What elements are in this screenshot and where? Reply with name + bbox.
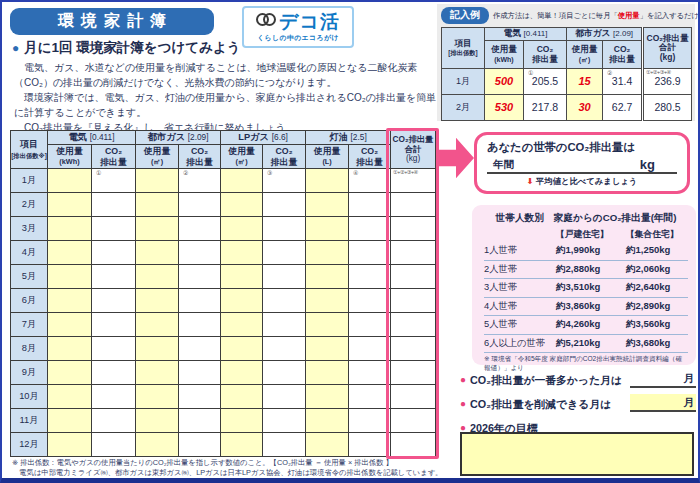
co2-output-cell[interactable] xyxy=(263,289,306,313)
co2-output-cell[interactable] xyxy=(92,409,136,433)
usage-input-cell[interactable] xyxy=(48,241,92,265)
usage-input-cell[interactable] xyxy=(306,265,349,289)
usage-input-cell[interactable] xyxy=(221,313,263,337)
total-output-cell[interactable] xyxy=(391,289,436,313)
co2-output-cell[interactable] xyxy=(349,193,391,217)
co2-output-cell[interactable]: ④ xyxy=(349,169,391,193)
usage-input-cell[interactable] xyxy=(48,385,92,409)
usage-input-cell[interactable] xyxy=(48,265,92,289)
co2-output-cell[interactable] xyxy=(349,313,391,337)
total-output-cell[interactable] xyxy=(391,385,436,409)
co2-output-cell[interactable] xyxy=(92,217,136,241)
usage-input-cell[interactable] xyxy=(48,217,92,241)
co2-output-cell[interactable] xyxy=(179,337,221,361)
usage-input-cell[interactable] xyxy=(48,193,92,217)
usage-input-cell[interactable] xyxy=(136,217,179,241)
co2-output-cell[interactable] xyxy=(179,385,221,409)
total-output-cell[interactable] xyxy=(391,409,436,433)
co2-output-cell[interactable] xyxy=(263,265,306,289)
co2-output-cell[interactable] xyxy=(179,241,221,265)
usage-input-cell[interactable] xyxy=(221,265,263,289)
usage-input-cell[interactable] xyxy=(48,433,92,457)
co2-output-cell[interactable] xyxy=(92,313,136,337)
co2-output-cell[interactable] xyxy=(263,433,306,457)
reducible-month-blank[interactable]: 月 xyxy=(630,394,696,412)
co2-output-cell[interactable] xyxy=(92,433,136,457)
co2-output-cell[interactable] xyxy=(179,313,221,337)
co2-output-cell[interactable] xyxy=(263,337,306,361)
goal-input-box[interactable] xyxy=(460,432,694,476)
usage-input-cell[interactable] xyxy=(221,361,263,385)
usage-input-cell[interactable] xyxy=(136,385,179,409)
co2-output-cell[interactable] xyxy=(179,265,221,289)
co2-output-cell[interactable] xyxy=(92,337,136,361)
co2-output-cell[interactable] xyxy=(179,409,221,433)
usage-input-cell[interactable] xyxy=(136,313,179,337)
total-output-cell[interactable]: ①+②+③+④ xyxy=(391,169,436,193)
usage-input-cell[interactable] xyxy=(136,337,179,361)
co2-output-cell[interactable] xyxy=(179,361,221,385)
total-output-cell[interactable] xyxy=(391,433,436,457)
co2-output-cell[interactable] xyxy=(92,193,136,217)
usage-input-cell[interactable] xyxy=(136,289,179,313)
usage-input-cell[interactable] xyxy=(221,409,263,433)
total-output-cell[interactable] xyxy=(391,337,436,361)
co2-output-cell[interactable] xyxy=(263,409,306,433)
usage-input-cell[interactable] xyxy=(136,265,179,289)
co2-output-cell[interactable] xyxy=(92,385,136,409)
total-output-cell[interactable] xyxy=(391,313,436,337)
co2-output-cell[interactable] xyxy=(92,289,136,313)
usage-input-cell[interactable] xyxy=(136,409,179,433)
usage-input-cell[interactable] xyxy=(221,193,263,217)
usage-input-cell[interactable] xyxy=(136,169,179,193)
total-output-cell[interactable] xyxy=(391,265,436,289)
co2-output-cell[interactable] xyxy=(349,361,391,385)
usage-input-cell[interactable] xyxy=(48,409,92,433)
total-output-cell[interactable] xyxy=(391,217,436,241)
usage-input-cell[interactable] xyxy=(306,433,349,457)
usage-input-cell[interactable] xyxy=(306,217,349,241)
usage-input-cell[interactable] xyxy=(221,337,263,361)
co2-output-cell[interactable] xyxy=(263,385,306,409)
usage-input-cell[interactable] xyxy=(221,385,263,409)
usage-input-cell[interactable] xyxy=(136,361,179,385)
co2-output-cell[interactable] xyxy=(92,265,136,289)
usage-input-cell[interactable] xyxy=(48,169,92,193)
usage-input-cell[interactable] xyxy=(306,361,349,385)
co2-output-cell[interactable] xyxy=(349,217,391,241)
co2-output-cell[interactable] xyxy=(349,241,391,265)
usage-input-cell[interactable] xyxy=(221,289,263,313)
usage-input-cell[interactable] xyxy=(221,217,263,241)
usage-input-cell[interactable] xyxy=(221,241,263,265)
co2-output-cell[interactable]: ③ xyxy=(263,169,306,193)
co2-output-cell[interactable] xyxy=(179,433,221,457)
co2-output-cell[interactable]: ② xyxy=(179,169,221,193)
co2-output-cell[interactable] xyxy=(263,193,306,217)
highest-month-blank[interactable]: 月 xyxy=(630,370,696,388)
annual-emission-blank[interactable]: 年間 kg xyxy=(487,157,677,174)
co2-output-cell[interactable] xyxy=(349,385,391,409)
total-output-cell[interactable] xyxy=(391,193,436,217)
usage-input-cell[interactable] xyxy=(48,313,92,337)
co2-output-cell[interactable] xyxy=(179,289,221,313)
usage-input-cell[interactable] xyxy=(306,241,349,265)
usage-input-cell[interactable] xyxy=(48,361,92,385)
co2-output-cell[interactable] xyxy=(349,433,391,457)
usage-input-cell[interactable] xyxy=(136,433,179,457)
usage-input-cell[interactable] xyxy=(306,193,349,217)
co2-output-cell[interactable] xyxy=(92,241,136,265)
usage-input-cell[interactable] xyxy=(221,169,263,193)
total-output-cell[interactable] xyxy=(391,241,436,265)
usage-input-cell[interactable] xyxy=(48,289,92,313)
usage-input-cell[interactable] xyxy=(136,241,179,265)
co2-output-cell[interactable] xyxy=(349,289,391,313)
total-output-cell[interactable] xyxy=(391,361,436,385)
usage-input-cell[interactable] xyxy=(306,289,349,313)
usage-input-cell[interactable] xyxy=(48,337,92,361)
usage-input-cell[interactable] xyxy=(306,169,349,193)
usage-input-cell[interactable] xyxy=(306,385,349,409)
co2-output-cell[interactable] xyxy=(263,241,306,265)
co2-output-cell[interactable] xyxy=(263,361,306,385)
co2-output-cell[interactable]: ① xyxy=(92,169,136,193)
co2-output-cell[interactable] xyxy=(179,193,221,217)
